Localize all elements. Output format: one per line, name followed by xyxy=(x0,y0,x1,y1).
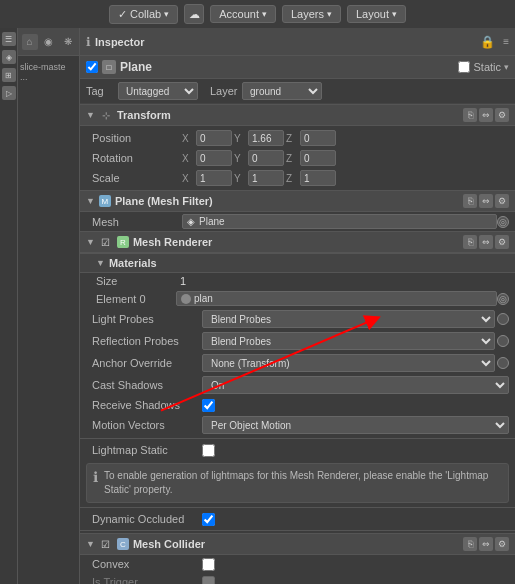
anchor-override-circle-btn[interactable] xyxy=(497,357,509,369)
light-probes-select[interactable]: Blend Probes xyxy=(202,310,495,328)
rotation-row: Rotation X Y Z xyxy=(80,148,515,168)
anchor-override-row: Anchor Override None (Transform) xyxy=(80,352,515,374)
left-sidebar: ☰ ◈ ⊞ ▷ xyxy=(0,28,18,584)
convex-row: Convex xyxy=(80,555,515,573)
inspector-header: ℹ Inspector 🔒 ≡ xyxy=(80,28,515,56)
mesh-renderer-section-btns: ⎘ ⇔ ⚙ xyxy=(463,235,509,249)
tab-icon-3[interactable]: ❋ xyxy=(60,34,76,50)
size-row: Size 1 xyxy=(80,273,515,289)
motion-vectors-select[interactable]: Per Object Motion xyxy=(202,416,509,434)
cast-shadows-select[interactable]: On xyxy=(202,376,509,394)
position-label: Position xyxy=(92,132,182,144)
dynamic-occluded-checkbox[interactable] xyxy=(202,513,215,526)
materials-sub-header[interactable]: ▼ Materials xyxy=(80,253,515,273)
mesh-collider-checkbox-icon[interactable]: ☑ xyxy=(99,537,113,551)
is-trigger-checkbox xyxy=(202,576,215,585)
tag-label: Tag xyxy=(86,85,114,97)
object-name[interactable]: Plane xyxy=(120,60,454,74)
materials-title: Materials xyxy=(109,257,509,269)
mesh-filter-copy-btn[interactable]: ⎘ xyxy=(463,194,477,208)
mesh-renderer-menu-btn[interactable]: ⚙ xyxy=(495,235,509,249)
pos-y-item: Y xyxy=(234,130,284,146)
dynamic-occluded-row: Dynamic Occluded xyxy=(80,510,515,528)
mesh-renderer-checkbox-icon[interactable]: ☑ xyxy=(99,235,113,249)
mesh-collider-copy-btn[interactable]: ⎘ xyxy=(463,537,477,551)
materials-collapse-icon: ▼ xyxy=(96,258,105,268)
rot-y-input[interactable] xyxy=(248,150,284,166)
scale-y-item: Y xyxy=(234,170,284,186)
receive-shadows-checkbox[interactable] xyxy=(202,399,215,412)
pos-x-item: X xyxy=(182,130,232,146)
scale-x-input[interactable] xyxy=(196,170,232,186)
transform-section-header[interactable]: ▼ ⊹ Transform ⎘ ⇔ ⚙ xyxy=(80,104,515,126)
pos-x-input[interactable] xyxy=(196,130,232,146)
menu-icon[interactable]: ≡ xyxy=(503,36,509,47)
transform-copy-btn[interactable]: ⎘ xyxy=(463,108,477,122)
element-0-circle-btn[interactable]: ◎ xyxy=(497,293,509,305)
static-dropdown-icon[interactable]: ▾ xyxy=(504,62,509,72)
mesh-filter-menu-btn[interactable]: ⚙ xyxy=(495,194,509,208)
lock-icon[interactable]: 🔒 xyxy=(480,35,495,49)
reflection-probes-circle-btn[interactable] xyxy=(497,335,509,347)
cast-shadows-label: Cast Shadows xyxy=(92,379,202,391)
info-circle-icon: ℹ xyxy=(86,35,91,49)
object-active-checkbox[interactable] xyxy=(86,61,98,73)
mesh-renderer-copy-btn[interactable]: ⎘ xyxy=(463,235,477,249)
dynamic-occluded-label: Dynamic Occluded xyxy=(92,513,202,525)
rot-z-input[interactable] xyxy=(300,150,336,166)
anchor-override-select[interactable]: None (Transform) xyxy=(202,354,495,372)
element-0-value[interactable]: plan xyxy=(176,291,497,306)
reflection-probes-select[interactable]: Blend Probes xyxy=(202,332,495,350)
scale-label: Scale xyxy=(92,172,182,184)
mesh-filter-mesh-label: Mesh xyxy=(92,216,182,228)
mesh-filter-expand-btn[interactable]: ⇔ xyxy=(479,194,493,208)
mesh-filter-section-header[interactable]: ▼ M Plane (Mesh Filter) ⎘ ⇔ ⚙ xyxy=(80,190,515,212)
cloud-icon[interactable]: ☁ xyxy=(184,4,204,24)
mesh-filter-circle-btn[interactable]: ◎ xyxy=(497,216,509,228)
mesh-filter-mesh-value[interactable]: ◈ Plane xyxy=(182,214,497,229)
tab-icon-1[interactable]: ⌂ xyxy=(22,34,38,50)
position-xyz: X Y Z xyxy=(182,130,509,146)
layout-button[interactable]: Layout ▾ xyxy=(347,5,406,23)
sidebar-icon-1[interactable]: ☰ xyxy=(2,32,16,46)
rot-x-input[interactable] xyxy=(196,150,232,166)
mesh-collider-section-header[interactable]: ▼ ☑ C Mesh Collider ⎘ ⇔ ⚙ xyxy=(80,533,515,555)
sidebar-item-1[interactable]: slice-maste... xyxy=(20,60,77,84)
sidebar-icon-4[interactable]: ▷ xyxy=(2,86,16,100)
static-checkbox[interactable] xyxy=(458,61,470,73)
pos-y-label: Y xyxy=(234,133,246,144)
scale-y-input[interactable] xyxy=(248,170,284,186)
transform-menu-btn[interactable]: ⚙ xyxy=(495,108,509,122)
mesh-renderer-expand-btn[interactable]: ⇔ xyxy=(479,235,493,249)
sidebar-icon-3[interactable]: ⊞ xyxy=(2,68,16,82)
element-0-label: Element 0 xyxy=(96,293,176,305)
sidebar-icon-2[interactable]: ◈ xyxy=(2,50,16,64)
inspector-panel: ℹ Inspector 🔒 ≡ xyxy=(80,28,515,584)
size-value: 1 xyxy=(180,275,186,287)
mesh-collider-menu-btn[interactable]: ⚙ xyxy=(495,537,509,551)
transform-expand-btn[interactable]: ⇔ xyxy=(479,108,493,122)
layers-button[interactable]: Layers ▾ xyxy=(282,5,341,23)
transform-collapse-icon: ▼ xyxy=(86,110,95,120)
mesh-collider-expand-btn[interactable]: ⇔ xyxy=(479,537,493,551)
motion-vectors-row: Motion Vectors Per Object Motion xyxy=(80,414,515,436)
divider-2 xyxy=(80,507,515,508)
pos-z-input[interactable] xyxy=(300,130,336,146)
transform-section-btns: ⎘ ⇔ ⚙ xyxy=(463,108,509,122)
tag-select[interactable]: Untagged xyxy=(118,82,198,100)
rotation-label: Rotation xyxy=(92,152,182,164)
mesh-collider-title: Mesh Collider xyxy=(133,538,459,550)
pos-y-input[interactable] xyxy=(248,130,284,146)
inspector-body[interactable]: □ Plane Static ▾ Tag Untagged Layer xyxy=(80,56,515,584)
account-button[interactable]: Account ▾ xyxy=(210,5,276,23)
collab-button[interactable]: ✓ Collab ▾ xyxy=(109,5,178,24)
light-probes-label: Light Probes xyxy=(92,313,202,325)
scale-z-input[interactable] xyxy=(300,170,336,186)
anchor-override-label: Anchor Override xyxy=(92,357,202,369)
mesh-renderer-section-header[interactable]: ▼ ☑ R Mesh Renderer ⎘ ⇔ ⚙ xyxy=(80,231,515,253)
convex-checkbox[interactable] xyxy=(202,558,215,571)
tab-icon-2[interactable]: ◉ xyxy=(41,34,57,50)
light-probes-circle-btn[interactable] xyxy=(497,313,509,325)
layer-select[interactable]: ground xyxy=(242,82,322,100)
lightmap-static-checkbox[interactable] xyxy=(202,444,215,457)
